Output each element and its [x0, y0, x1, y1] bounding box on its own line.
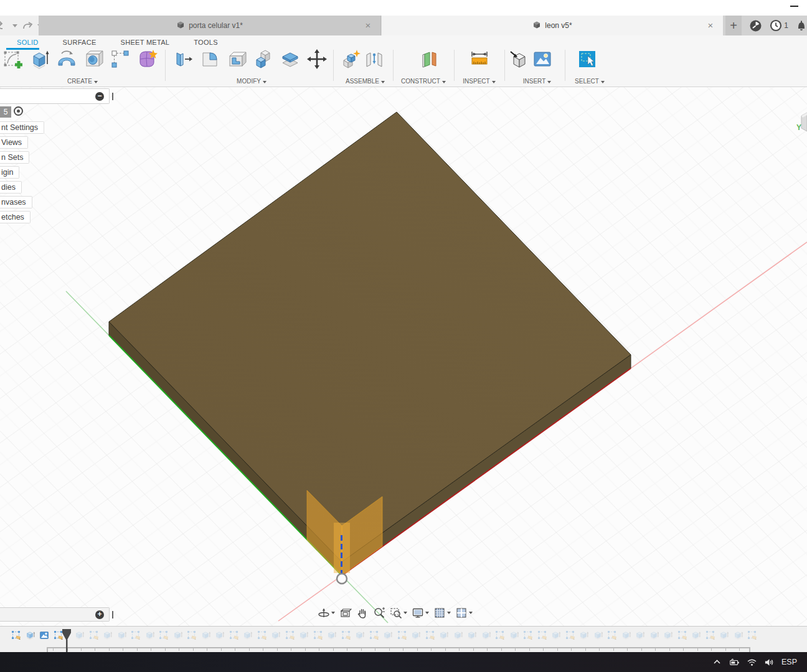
select-icon[interactable]	[577, 49, 598, 70]
close-tab-icon[interactable]: ×	[706, 21, 715, 30]
timeline-item-extrude[interactable]	[145, 630, 155, 640]
timeline-item-extrude[interactable]	[551, 630, 561, 640]
rectangular-pattern-icon[interactable]	[110, 49, 131, 70]
timeline-item-sketch[interactable]	[565, 630, 575, 640]
undo-dropdown-icon[interactable]	[12, 24, 17, 27]
timeline-item-extrude[interactable]	[201, 630, 211, 640]
redo-icon[interactable]	[21, 21, 35, 30]
shell-icon[interactable]	[226, 49, 247, 70]
minimize-icon[interactable]	[790, 6, 798, 7]
browser-item-sketches[interactable]: etches	[0, 211, 31, 223]
timeline-item-extrude[interactable]	[117, 630, 127, 640]
timeline-item-canvas[interactable]	[39, 630, 49, 640]
browser-item-bodies[interactable]: dies	[0, 181, 22, 194]
timeline-item-sketch[interactable]	[229, 630, 239, 640]
doc-tab-leon[interactable]: leon v5* ×	[382, 16, 723, 35]
timeline-item-sketch[interactable]	[131, 630, 141, 640]
timeline-item-sketch[interactable]	[607, 630, 617, 640]
look-at-button[interactable]	[339, 607, 352, 619]
joint-icon[interactable]	[364, 49, 385, 70]
chevron-down-icon[interactable]	[331, 612, 335, 614]
tab-solid[interactable]: SOLID	[9, 39, 46, 46]
browser-item-origin[interactable]: igin	[0, 166, 19, 179]
doc-tab-porta-celular[interactable]: porta celular v1* ×	[39, 16, 381, 35]
zoom-button[interactable]	[373, 607, 385, 619]
tab-sheet-metal[interactable]: SHEET METAL	[113, 39, 177, 46]
timeline-item-extrude[interactable]	[243, 630, 253, 640]
timeline-item-sketch[interactable]	[677, 630, 687, 640]
timeline-item-sketch[interactable]	[11, 630, 21, 640]
timeline-item-sketch[interactable]	[495, 630, 505, 640]
inspect-menu[interactable]: INSPECT	[455, 78, 503, 85]
timeline-item-extrude[interactable]	[439, 630, 449, 640]
notifications-bell-icon[interactable]	[796, 19, 807, 32]
tab-surface[interactable]: SURFACE	[55, 39, 104, 46]
timeline-item-extrude[interactable]	[621, 630, 631, 640]
timeline-item-extrude[interactable]	[467, 630, 477, 640]
timeline-playhead[interactable]	[62, 629, 72, 653]
scene-3d[interactable]	[0, 87, 807, 626]
viewport-canvas[interactable]: − 5 nt Settings Views n Sets igin dies n…	[0, 87, 807, 626]
select-menu[interactable]: SELECT	[566, 78, 613, 85]
view-cube[interactable]: Y	[782, 112, 807, 162]
job-status-clock-icon[interactable]: 1	[770, 19, 788, 32]
move-copy-icon[interactable]	[306, 49, 328, 70]
orbit-button[interactable]	[318, 607, 335, 619]
timeline-item-extrude[interactable]	[383, 630, 393, 640]
browser-item-canvases[interactable]: nvases	[0, 196, 32, 208]
timeline-item-extrude[interactable]	[509, 630, 519, 640]
timeline-item-extrude[interactable]	[355, 630, 365, 640]
timeline-item-extrude[interactable]	[299, 630, 309, 640]
construction-plane-icon[interactable]	[420, 49, 441, 70]
combine-icon[interactable]	[253, 49, 274, 70]
language-indicator[interactable]: ESP	[781, 658, 797, 666]
timeline-item-sketch[interactable]	[313, 630, 323, 640]
timeline-item-extrude[interactable]	[411, 630, 421, 640]
collapse-minus-icon[interactable]: −	[95, 92, 104, 101]
create-menu[interactable]: CREATE	[2, 78, 163, 85]
timeline-item-extrude[interactable]	[649, 630, 659, 640]
insert-derive-icon[interactable]	[509, 49, 530, 70]
browser-header-bar[interactable]: −	[0, 88, 110, 104]
comments-bar[interactable]: +	[0, 607, 110, 622]
chevron-down-icon[interactable]	[404, 612, 407, 614]
insert-menu[interactable]: INSERT	[509, 78, 565, 85]
panel-drag-handle[interactable]	[112, 611, 113, 618]
chevron-down-icon[interactable]	[447, 612, 451, 614]
timeline-item-extrude[interactable]	[663, 630, 673, 640]
timeline-item-extrude[interactable]	[327, 630, 337, 640]
timeline-item-extrude[interactable]	[481, 630, 491, 640]
timeline-item-extrude[interactable]	[719, 630, 729, 640]
construct-menu[interactable]: CONSTRUCT	[394, 78, 453, 85]
timeline-item-extrude[interactable]	[215, 630, 225, 640]
browser-item-named-views[interactable]: Views	[0, 136, 28, 149]
new-component-icon[interactable]	[340, 49, 361, 70]
timeline-item-extrude[interactable]	[75, 630, 85, 640]
undo-icon[interactable]	[0, 21, 10, 30]
timeline-item-extrude[interactable]	[271, 630, 281, 640]
timeline-item-extrude[interactable]	[691, 630, 701, 640]
split-body-icon[interactable]	[280, 49, 301, 70]
timeline-item-extrude[interactable]	[579, 630, 589, 640]
assemble-menu[interactable]: ASSEMBLE	[340, 78, 390, 85]
modify-menu[interactable]: MODIFY	[172, 78, 331, 85]
timeline-item-extrude[interactable]	[453, 630, 463, 640]
revolve-icon[interactable]	[56, 49, 77, 70]
panel-drag-handle[interactable]	[112, 93, 113, 100]
hole-icon[interactable]	[83, 49, 104, 70]
timeline-item-sketch[interactable]	[369, 630, 379, 640]
press-pull-icon[interactable]	[172, 49, 194, 70]
timeline-item-sketch[interactable]	[89, 630, 99, 640]
chevron-down-icon[interactable]	[469, 612, 473, 614]
timeline-item-sketch[interactable]	[747, 630, 757, 640]
timeline-item-extrude[interactable]	[635, 630, 645, 640]
timeline-item-sketch[interactable]	[159, 630, 169, 640]
expand-plus-icon[interactable]: +	[95, 610, 104, 619]
fillet-icon[interactable]	[199, 49, 220, 70]
component-radio-icon[interactable]	[14, 106, 23, 116]
timeline-item-extrude[interactable]	[734, 630, 743, 640]
timeline-item-extrude[interactable]	[103, 630, 113, 640]
timeline-item-sketch[interactable]	[257, 630, 267, 640]
timeline-item-extrude[interactable]	[173, 630, 183, 640]
grid-settings-button[interactable]	[433, 607, 451, 619]
